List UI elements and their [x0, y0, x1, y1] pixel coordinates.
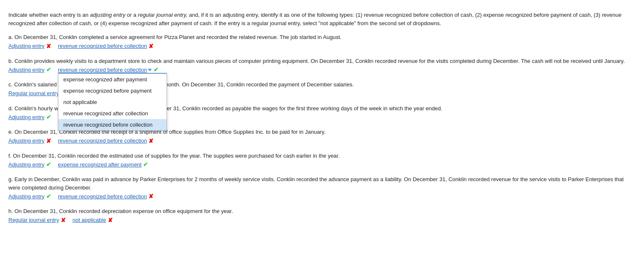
- dropdown2-menu-b: expense recognized after paymentexpense …: [58, 73, 167, 131]
- dropdown1-d[interactable]: Adjusting entry: [8, 114, 44, 120]
- question-block-g: g. Early in December, Conklin was paid i…: [8, 175, 636, 200]
- icon1-h: ✘: [61, 217, 66, 223]
- dropdown2-container-h: not applicable: [73, 217, 106, 223]
- answer-row-b: Adjusting entry ✔revenue recognized befo…: [8, 66, 636, 73]
- dropdown-option-revenue-recognized-before-collection[interactable]: revenue recognized before collection: [58, 119, 167, 130]
- dropdown2-container-a: revenue recognized before collection: [58, 43, 147, 49]
- question-text-h: h. On December 31, Conklin recorded depr…: [8, 207, 636, 216]
- question-block-h: h. On December 31, Conklin recorded depr…: [8, 207, 636, 223]
- dropdown2-container-f: expense recognized after payment: [58, 161, 141, 168]
- dropdown1-b[interactable]: Adjusting entry: [8, 67, 44, 73]
- icon2-b: ✔: [154, 66, 159, 73]
- dropdown2-container-b: revenue recognized before collectionexpe…: [58, 67, 152, 73]
- dropdown1-g[interactable]: Adjusting entry: [8, 193, 44, 200]
- dropdown-option-revenue-recognized-after-collection[interactable]: revenue recognized after collection: [58, 108, 167, 119]
- question-block-a: a. On December 31, Conklin completed a s…: [8, 33, 636, 49]
- question-text-a: a. On December 31, Conklin completed a s…: [8, 33, 636, 42]
- dropdown2-container-g: revenue recognized before collection: [58, 193, 147, 200]
- dropdown2-arrow-b[interactable]: [148, 69, 152, 71]
- icon1-d: ✔: [46, 114, 51, 120]
- icon1-g: ✔: [46, 193, 51, 200]
- instructions: Indicate whether each entry is an adjust…: [8, 11, 636, 27]
- answer-row-h: Regular journal entry ✘not applicable ✘: [8, 217, 636, 223]
- dropdown1-h[interactable]: Regular journal entry: [8, 217, 59, 223]
- dropdown-option-expense-recognized-after-payment[interactable]: expense recognized after payment: [58, 74, 167, 85]
- question-block-f: f. On December 31, Conklin recorded the …: [8, 152, 636, 168]
- question-text-f: f. On December 31, Conklin recorded the …: [8, 152, 636, 160]
- dropdown2-container-e: revenue recognized before collection: [58, 138, 147, 144]
- dropdown2-b[interactable]: revenue recognized before collection: [58, 67, 147, 73]
- icon2-e: ✘: [149, 138, 154, 144]
- dropdown-option-expense-recognized-before-payment[interactable]: expense recognized before payment: [58, 85, 167, 96]
- icon1-a: ✘: [46, 43, 51, 49]
- answer-row-g: Adjusting entry ✔revenue recognized befo…: [8, 193, 636, 200]
- icon2-a: ✘: [149, 43, 154, 49]
- dropdown2-g[interactable]: revenue recognized before collection: [58, 193, 147, 200]
- question-block-b: b. Conklin provides weekly visits to a d…: [8, 57, 636, 73]
- exercise-container: Indicate whether each entry is an adjust…: [8, 11, 636, 231]
- icon1-e: ✘: [46, 138, 51, 144]
- icon1-f: ✔: [46, 161, 51, 168]
- icon2-g: ✘: [149, 193, 154, 200]
- icon1-b: ✔: [46, 66, 51, 73]
- dropdown2-f[interactable]: expense recognized after payment: [58, 161, 141, 168]
- answer-row-a: Adjusting entry ✘revenue recognized befo…: [8, 43, 636, 49]
- question-text-g: g. Early in December, Conklin was paid i…: [8, 175, 636, 192]
- answer-row-f: Adjusting entry ✔expense recognized afte…: [8, 161, 636, 168]
- dropdown2-e[interactable]: revenue recognized before collection: [58, 138, 147, 144]
- dropdown1-a[interactable]: Adjusting entry: [8, 43, 44, 49]
- dropdown2-h[interactable]: not applicable: [73, 217, 106, 223]
- questions-container: a. On December 31, Conklin completed a s…: [8, 33, 636, 231]
- answer-row-e: Adjusting entry ✘revenue recognized befo…: [8, 138, 636, 144]
- icon2-h: ✘: [108, 217, 113, 223]
- question-text-b: b. Conklin provides weekly visits to a d…: [8, 57, 636, 65]
- dropdown-option-not-applicable[interactable]: not applicable: [58, 96, 167, 108]
- icon2-f: ✔: [143, 161, 148, 168]
- dropdown1-e[interactable]: Adjusting entry: [8, 138, 44, 144]
- dropdown1-c[interactable]: Regular journal entry: [8, 90, 59, 96]
- dropdown2-a[interactable]: revenue recognized before collection: [58, 43, 147, 49]
- dropdown1-f[interactable]: Adjusting entry: [8, 161, 44, 168]
